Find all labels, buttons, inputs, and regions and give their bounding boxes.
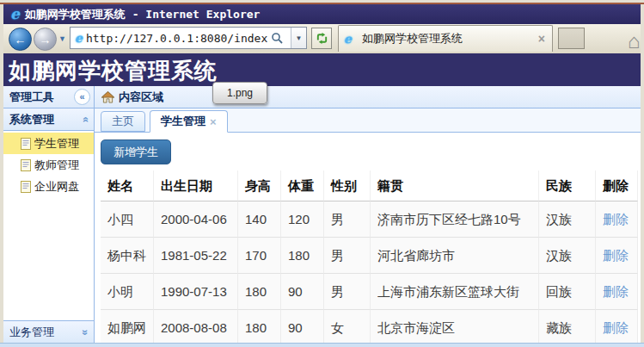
- table-cell: 删除: [596, 310, 638, 346]
- content-title: 内容区域: [119, 90, 163, 105]
- content-tabs: 主页学生管理×: [95, 108, 641, 133]
- forward-arrow-icon: →: [40, 34, 52, 46]
- sidebar-item-label: 教师管理: [34, 158, 79, 173]
- accordion-header-business-mgmt[interactable]: 业务管理 »: [3, 320, 94, 343]
- search-dropdown-button[interactable]: ▼: [291, 28, 306, 48]
- table-cell: 小明: [101, 274, 154, 310]
- table-cell: 1981-05-22: [154, 238, 238, 274]
- tab-label: 学生管理: [161, 114, 205, 129]
- home-icon: [101, 91, 114, 103]
- column-header: 出生日期: [154, 170, 238, 201]
- table-cell: 汉族: [539, 238, 596, 274]
- sidebar-header: 管理工具 «: [3, 86, 94, 108]
- window-bottom-edge: [0, 343, 644, 347]
- browser-tab-title: 如鹏网学校管理系统: [362, 31, 538, 46]
- sidebar: 管理工具 « 系统管理 » 学生管理教师管理企业网盘 业务管理 »: [3, 86, 95, 343]
- browser-tab[interactable]: e 如鹏网学校管理系统 ×: [338, 25, 553, 52]
- table-cell: 北京市海淀区: [371, 310, 539, 346]
- sidebar-item-label: 企业网盘: [34, 179, 79, 195]
- table-cell: 删除: [596, 274, 638, 310]
- column-header: 籍贯: [371, 170, 539, 201]
- table-cell: 济南市历下区经七路10号: [371, 201, 539, 238]
- table-cell: 170: [238, 238, 281, 274]
- filename-tooltip: 1.png: [212, 82, 267, 104]
- collapse-sidebar-button[interactable]: «: [74, 89, 90, 105]
- table-cell: 2008-08-08: [154, 310, 238, 346]
- column-header: 姓名: [101, 170, 154, 201]
- accordion-header-system-mgmt[interactable]: 系统管理 »: [3, 108, 94, 131]
- content-tab[interactable]: 主页: [101, 111, 145, 132]
- delete-link[interactable]: 删除: [603, 212, 629, 226]
- table-cell: 河北省廊坊市: [371, 238, 539, 274]
- chevron-up-icon: »: [81, 116, 91, 122]
- accordion-label: 业务管理: [9, 325, 83, 340]
- refresh-button[interactable]: [311, 28, 332, 49]
- sidebar-item[interactable]: 学生管理: [3, 133, 94, 154]
- document-icon: [21, 181, 31, 193]
- address-input[interactable]: [86, 32, 270, 45]
- table-cell: 男: [324, 201, 371, 238]
- table-cell: 120: [281, 201, 324, 238]
- search-icon[interactable]: [270, 32, 291, 44]
- table-cell: 回族: [539, 274, 596, 310]
- content-tab[interactable]: 学生管理×: [150, 110, 228, 133]
- table-cell: 删除: [596, 201, 638, 238]
- table-cell: 男: [324, 274, 371, 310]
- table-cell: 如鹏网: [101, 310, 154, 346]
- document-icon: [21, 159, 31, 171]
- table-cell: 杨中科: [101, 238, 154, 274]
- table-cell: 删除: [596, 238, 638, 274]
- sidebar-item[interactable]: 教师管理: [3, 154, 94, 176]
- add-student-button[interactable]: 新增学生: [101, 139, 171, 164]
- delete-link[interactable]: 删除: [603, 320, 629, 335]
- site-banner: 如鹏网学校管理系统: [3, 53, 641, 86]
- table-cell: 90: [281, 274, 324, 310]
- table-cell: 180: [281, 238, 324, 274]
- page-title: 如鹏网学校管理系统: [3, 53, 641, 86]
- sidebar-item[interactable]: 企业网盘: [3, 176, 94, 197]
- tab-close-icon[interactable]: ×: [538, 32, 545, 46]
- new-tab-button[interactable]: [558, 28, 585, 49]
- content-body: 新增学生 姓名出生日期身高体重性别籍贯民族删除小四2000-04-0614012…: [95, 133, 641, 347]
- table-cell: 1990-07-13: [154, 274, 238, 310]
- tab-label: 主页: [112, 114, 134, 129]
- history-dropdown-button[interactable]: ▼: [58, 34, 66, 43]
- ie-icon: e: [344, 33, 352, 45]
- forward-button[interactable]: →: [34, 28, 57, 51]
- title-bar: e 如鹏网学校管理系统 - Internet Explorer: [3, 4, 641, 24]
- column-header: 民族: [539, 170, 596, 201]
- chevron-down-icon: »: [81, 329, 91, 335]
- home-icon[interactable]: ⌂: [628, 29, 641, 53]
- address-bar: e ▼: [70, 27, 307, 49]
- browser-toolbar: ← → ▼ e ▼ e 如鹏网学校管理系统 × ⌂: [3, 24, 641, 53]
- content-panel: 内容区域 主页学生管理× 新增学生 姓名出生日期身高体重性别籍贯民族删除小四20…: [95, 86, 641, 343]
- table-cell: 180: [238, 310, 281, 346]
- accordion-label: 系统管理: [9, 112, 83, 127]
- table-cell: 藏族: [539, 310, 596, 346]
- main-region: 管理工具 « 系统管理 » 学生管理教师管理企业网盘 业务管理 » 内容区域 主…: [3, 86, 641, 343]
- column-header: 身高: [238, 170, 281, 201]
- delete-link[interactable]: 删除: [603, 248, 629, 263]
- table-cell: 小四: [101, 201, 154, 238]
- window-title: 如鹏网学校管理系统 - Internet Explorer: [25, 7, 261, 22]
- back-arrow-icon: ←: [15, 34, 27, 46]
- tab-close-icon[interactable]: ×: [210, 115, 217, 128]
- sidebar-title: 管理工具: [9, 90, 74, 105]
- table-cell: 上海市浦东新区篮球大街: [371, 274, 539, 310]
- students-table: 姓名出生日期身高体重性别籍贯民族删除小四2000-04-06140120男济南市…: [101, 170, 638, 347]
- back-button[interactable]: ←: [9, 28, 32, 51]
- column-header: 性别: [324, 170, 371, 201]
- sidebar-item-label: 学生管理: [34, 136, 79, 152]
- table-cell: 180: [238, 274, 281, 310]
- table-cell: 140: [238, 201, 281, 238]
- table-cell: 男: [324, 238, 371, 274]
- sidebar-items: 学生管理教师管理企业网盘: [3, 131, 94, 197]
- table-cell: 汉族: [539, 201, 596, 238]
- table-cell: 90: [281, 310, 324, 346]
- table-cell: 2000-04-06: [154, 201, 238, 238]
- table-cell: 女: [324, 310, 371, 346]
- column-header: 体重: [281, 170, 324, 201]
- column-header: 删除: [596, 170, 638, 201]
- delete-link[interactable]: 删除: [603, 284, 629, 299]
- ie-icon: e: [10, 7, 20, 22]
